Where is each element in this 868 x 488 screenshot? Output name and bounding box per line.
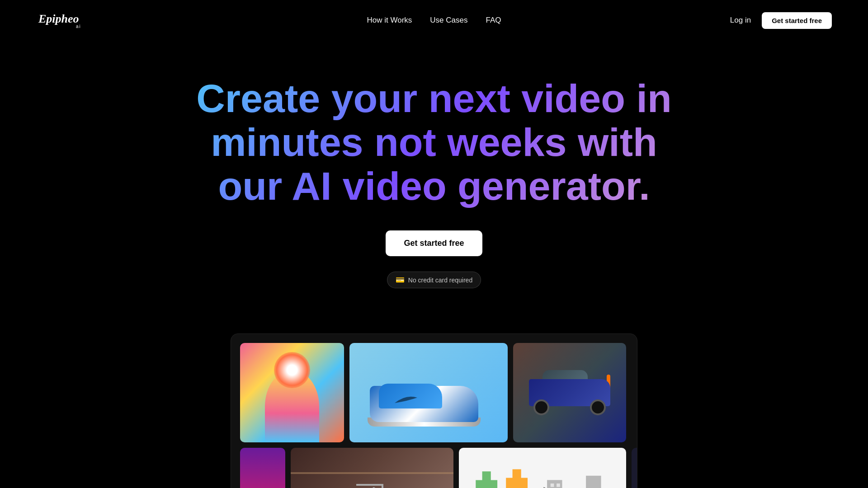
svg-text:Epipheo: Epipheo xyxy=(38,12,79,25)
gallery-item-sneaker xyxy=(349,343,508,442)
nav-how-it-works[interactable]: How it Works xyxy=(367,16,412,25)
navigation: Epipheo ai How it Works Use Cases FAQ Lo… xyxy=(0,0,868,41)
nav-right: Log in Get started free xyxy=(730,12,832,29)
nav-faq[interactable]: FAQ xyxy=(486,16,501,25)
no-credit-card-badge: 💳 No credit card required xyxy=(387,272,481,288)
gallery-container xyxy=(231,333,637,488)
no-credit-card-text: No credit card required xyxy=(408,277,472,284)
nav-use-cases[interactable]: Use Cases xyxy=(430,16,467,25)
hero-cta-button[interactable]: Get started free xyxy=(386,230,482,256)
login-button[interactable]: Log in xyxy=(730,16,751,25)
get-started-nav-button[interactable]: Get started free xyxy=(762,12,832,29)
gallery-item-bike-shop xyxy=(291,448,453,488)
nav-links: How it Works Use Cases FAQ xyxy=(367,16,501,25)
gallery-row-1 xyxy=(240,343,628,442)
credit-card-icon: 💳 xyxy=(396,276,405,284)
gallery-item-tesla xyxy=(513,343,626,442)
gallery-item-whiteboard xyxy=(459,448,626,488)
svg-rect-11 xyxy=(586,476,601,488)
cta-row: Get started free 💳 No credit card requir… xyxy=(9,230,859,288)
gallery-row-2 xyxy=(240,448,628,488)
svg-rect-13 xyxy=(557,483,560,487)
hero-title: Create your next video in minutes not we… xyxy=(185,77,683,208)
svg-text:ai: ai xyxy=(76,24,81,29)
gallery-item-dark-partial xyxy=(632,448,637,488)
logo: Epipheo ai xyxy=(36,8,90,33)
svg-rect-12 xyxy=(550,483,554,487)
hero-section: Create your next video in minutes not we… xyxy=(0,41,868,315)
svg-marker-8 xyxy=(506,469,528,488)
gallery-item-pop-art xyxy=(240,343,344,442)
gallery-item-purple xyxy=(240,448,285,488)
svg-marker-7 xyxy=(476,471,497,488)
